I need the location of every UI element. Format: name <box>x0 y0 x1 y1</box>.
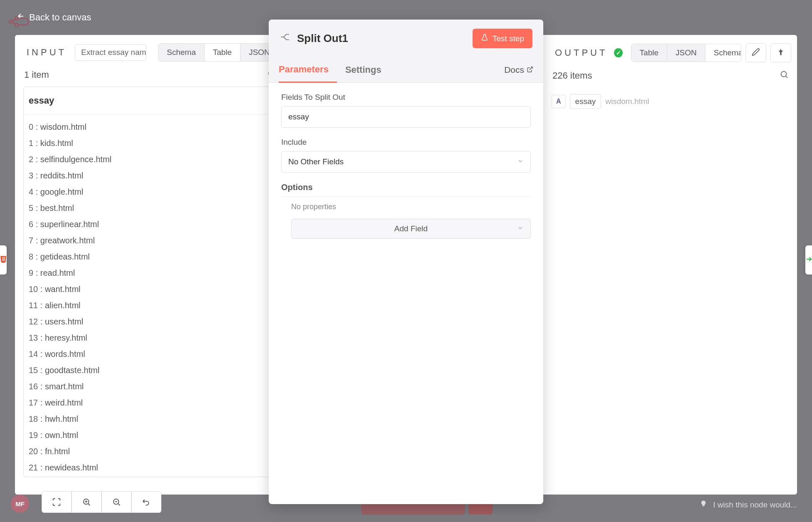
list-item[interactable]: 17 : weird.html <box>29 395 271 411</box>
options-heading: Options <box>281 183 531 197</box>
input-item-count: 1 item <box>23 69 49 80</box>
list-item[interactable]: 18 : hwh.html <box>29 411 271 427</box>
html5-icon <box>0 255 7 265</box>
list-item[interactable]: 9 : read.html <box>29 265 271 281</box>
include-select[interactable]: No Other Fields <box>281 151 531 173</box>
next-node-peek[interactable] <box>805 245 812 275</box>
svg-point-4 <box>781 72 787 77</box>
list-item[interactable]: 10 : want.html <box>29 281 271 297</box>
list-item[interactable]: 1 : kids.html <box>29 135 271 151</box>
docs-link[interactable]: Docs <box>504 65 533 75</box>
node-config-panel: Split Out1 Test step Parameters Settings… <box>269 20 543 504</box>
input-data-list[interactable]: 0 : wisdom.html1 : kids.html2 : selfindu… <box>24 115 276 477</box>
schema-field-key: essay <box>570 94 602 109</box>
include-value: No Other Fields <box>288 157 344 166</box>
success-indicator-icon: ✓ <box>614 48 622 57</box>
list-item[interactable]: 13 : heresy.html <box>29 330 271 346</box>
list-item[interactable]: 8 : getideas.html <box>29 249 271 265</box>
include-label: Include <box>281 138 531 147</box>
add-field-label: Add Field <box>394 224 428 233</box>
node-title[interactable]: Split Out1 <box>297 32 348 45</box>
list-item[interactable]: 5 : best.html <box>29 200 271 216</box>
wish-prompt[interactable]: I wish this node would... <box>700 500 797 510</box>
output-view-table[interactable]: Table <box>631 44 667 62</box>
schema-sample-value: wisdom.html <box>605 97 649 106</box>
output-label: OUTPUT <box>549 45 610 61</box>
output-view-schema[interactable]: Schema <box>706 44 741 62</box>
schema-field-row[interactable]: A essay wisdom.html <box>543 94 797 109</box>
schema-type-letter: A <box>552 95 566 108</box>
source-node-name[interactable]: Extract essay name <box>75 44 146 61</box>
list-item[interactable]: 7 : greatwork.html <box>29 233 271 249</box>
lightbulb-icon <box>700 500 707 510</box>
input-field-header: essay <box>24 87 276 115</box>
input-panel: INPUT Extract essay name Schema Table JS… <box>15 35 285 495</box>
canvas-controls <box>42 491 161 513</box>
list-item[interactable]: 0 : wisdom.html <box>29 119 271 135</box>
chevron-down-icon <box>517 224 524 233</box>
list-item[interactable]: 3 : reddits.html <box>29 168 271 184</box>
flask-icon <box>481 34 488 43</box>
svg-point-2 <box>15 23 18 27</box>
avatar[interactable]: MF <box>11 495 29 513</box>
list-item[interactable]: 21 : newideas.html <box>29 460 271 476</box>
docs-label: Docs <box>504 65 524 75</box>
zoom-out-button[interactable] <box>102 491 131 513</box>
list-item[interactable]: 11 : alien.html <box>29 297 271 314</box>
pin-button[interactable] <box>770 43 791 62</box>
test-step-button[interactable]: Test step <box>473 29 532 48</box>
edit-button[interactable] <box>745 43 766 62</box>
output-view-tabs: Table JSON Schema <box>631 44 741 62</box>
list-item[interactable]: 4 : google.html <box>29 184 271 200</box>
list-item[interactable]: 16 : smart.html <box>29 379 271 395</box>
list-item[interactable]: 6 : superlinear.html <box>29 216 271 233</box>
list-item[interactable]: 15 : goodtaste.html <box>29 362 271 379</box>
tab-settings[interactable]: Settings <box>345 58 390 82</box>
add-field-button[interactable]: Add Field <box>291 219 531 239</box>
fields-to-split-label: Fields To Split Out <box>281 93 531 102</box>
list-item[interactable]: 12 : users.html <box>29 314 271 330</box>
output-item-count: 226 items <box>552 70 592 81</box>
output-view-json[interactable]: JSON <box>667 44 706 62</box>
list-item[interactable]: 2 : selfindulgence.html <box>29 151 271 168</box>
arrow-right-icon <box>805 255 812 265</box>
split-out-icon <box>280 32 290 45</box>
app-logo <box>8 16 30 29</box>
undo-button[interactable] <box>131 491 161 513</box>
prev-node-peek[interactable] <box>0 245 7 275</box>
fit-view-button[interactable] <box>42 491 72 513</box>
test-step-label: Test step <box>493 34 524 43</box>
no-properties-text: No properties <box>291 203 531 211</box>
svg-point-1 <box>15 17 18 20</box>
list-item[interactable]: 14 : words.html <box>29 346 271 362</box>
search-icon[interactable] <box>780 70 789 82</box>
input-label: INPUT <box>21 45 69 60</box>
list-item[interactable]: 20 : fn.html <box>29 443 271 460</box>
list-item[interactable]: 19 : own.html <box>29 427 271 443</box>
zoom-in-button[interactable] <box>72 491 102 513</box>
input-view-table[interactable]: Table <box>205 44 240 61</box>
input-view-tabs: Schema Table JSON <box>158 43 279 62</box>
chevron-down-icon <box>517 157 524 166</box>
back-label: Back to canvas <box>29 12 91 23</box>
input-view-schema[interactable]: Schema <box>158 44 205 61</box>
svg-point-0 <box>9 20 12 23</box>
fields-to-split-input[interactable] <box>281 106 531 128</box>
external-link-icon <box>527 65 533 75</box>
wish-text: I wish this node would... <box>713 500 797 510</box>
output-panel: OUTPUT ✓ Table JSON Schema 226 items A e… <box>543 35 797 495</box>
tab-parameters[interactable]: Parameters <box>279 57 337 83</box>
